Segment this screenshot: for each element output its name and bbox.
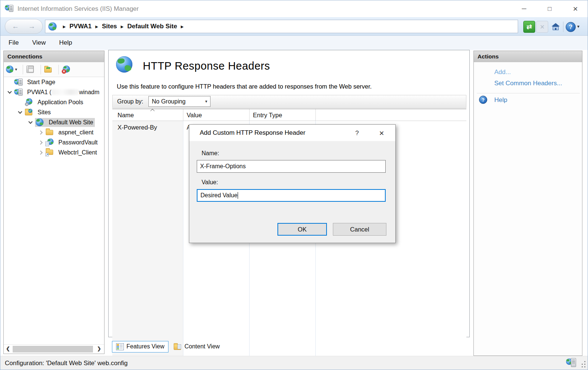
- menu-help[interactable]: Help: [54, 37, 77, 49]
- breadcrumb-default-web-site[interactable]: Default Web Site: [127, 23, 177, 30]
- column-header-entry-type[interactable]: Entry Type: [253, 112, 282, 119]
- add-custom-header-dialog: Add Custom HTTP Response Header ? ✕ Name…: [189, 124, 396, 243]
- tab-features-view[interactable]: Features View: [112, 341, 168, 353]
- tree-item-application-pools[interactable]: Application Pools: [4, 97, 104, 107]
- group-by-dropdown[interactable]: No Grouping ▾: [148, 96, 211, 107]
- text-cursor: [238, 192, 238, 199]
- dialog-help-button[interactable]: ?: [351, 128, 363, 138]
- breadcrumb-separator: ▶: [63, 25, 66, 29]
- value-label: Value:: [202, 179, 218, 186]
- maximize-button[interactable]: □: [541, 3, 559, 15]
- breadcrumb-sites[interactable]: Sites: [102, 23, 117, 30]
- iis-manager-window: Internet Information Services (IIS) Mana…: [0, 0, 588, 370]
- start-page-icon: [14, 78, 23, 87]
- chevron-down-icon[interactable]: [28, 119, 32, 124]
- name-label: Name:: [202, 150, 219, 157]
- window-title: Internet Information Services (IIS) Mana…: [17, 5, 139, 13]
- tree-item-webctrl-client[interactable]: ↗ Webctrl_Client: [4, 147, 104, 157]
- back-button[interactable]: ←: [12, 22, 19, 31]
- scrollbar-thumb[interactable]: [13, 346, 93, 353]
- chevron-right-icon[interactable]: [38, 150, 42, 154]
- close-button[interactable]: ✕: [566, 3, 584, 15]
- feature-description: Use this feature to configure HTTP heade…: [117, 83, 372, 90]
- chevron-right-icon[interactable]: [38, 130, 42, 134]
- globe-icon: [48, 22, 57, 31]
- nav-buttons: ← →: [5, 19, 43, 34]
- connections-panel: Connections ▾ ➦ ✕: [3, 51, 105, 354]
- menu-file[interactable]: File: [3, 37, 24, 49]
- tree-item-passwordvault[interactable]: PasswordVault: [4, 137, 104, 147]
- help-button[interactable]: ?: [566, 22, 576, 32]
- resize-grip-icon[interactable]: [582, 364, 583, 365]
- breadcrumb-separator: ▶: [95, 25, 98, 29]
- view-tabs: Features View Content View: [108, 340, 224, 353]
- chevron-down-icon[interactable]: [18, 109, 22, 114]
- column-header-name[interactable]: Name: [118, 112, 134, 119]
- up-button[interactable]: ➦: [44, 65, 53, 74]
- breadcrumb-server[interactable]: PVWA1: [70, 23, 92, 30]
- row-name: X-Powered-By: [118, 124, 157, 131]
- toolbar-separator: [58, 65, 59, 74]
- action-set-common-headers-link[interactable]: Set Common Headers...: [494, 80, 562, 87]
- tree-item-server-pvwa1[interactable]: PVWA1 (winadm: [4, 87, 104, 97]
- name-column-shade: [112, 121, 183, 370]
- group-by-bar: Group by: No Grouping ▾: [112, 95, 466, 108]
- sort-ascending-icon: [150, 109, 154, 113]
- navigation-toolbar: ← → ▶ PVWA1 ▶ Sites ▶ Default Web Site ▶…: [0, 17, 588, 36]
- toolbar-separator: [23, 65, 23, 74]
- ok-button[interactable]: OK: [277, 223, 327, 236]
- minimize-button[interactable]: ─: [515, 3, 533, 15]
- features-view-icon: [116, 343, 124, 350]
- connections-header: Connections: [4, 51, 104, 62]
- selected-highlight: Default Web Site: [35, 118, 95, 127]
- folder-icon: [45, 128, 54, 137]
- application-icon: [45, 138, 54, 147]
- chevron-right-icon[interactable]: [38, 140, 42, 144]
- tree-item-start-page[interactable]: Start Page: [4, 77, 104, 87]
- tab-content-view[interactable]: Content View: [170, 341, 224, 352]
- column-header-value[interactable]: Value: [187, 112, 202, 119]
- configuration-status: Configuration: 'Default Web Site' web.co…: [5, 360, 128, 367]
- create-connection-button[interactable]: ▾: [6, 65, 17, 74]
- toolbar-divider: [563, 22, 563, 32]
- help-dropdown-caret[interactable]: ▾: [577, 24, 579, 29]
- refresh-button[interactable]: ⇄: [523, 21, 535, 33]
- application-pools-icon: [25, 98, 33, 107]
- group-by-label: Group by:: [117, 98, 143, 105]
- table-header: Name Value Entry Type: [112, 109, 466, 121]
- menu-view[interactable]: View: [27, 37, 51, 49]
- chevron-down-icon: ▾: [205, 99, 208, 104]
- breadcrumb-separator: ▶: [121, 25, 124, 29]
- delete-connection-button[interactable]: ✕: [62, 65, 71, 74]
- breadcrumb-separator: ▶: [181, 25, 184, 29]
- up-arrow-icon: ➦: [46, 65, 51, 71]
- dialog-title-bar: Add Custom HTTP Response Header ? ✕: [189, 125, 395, 141]
- home-button[interactable]: [550, 21, 562, 33]
- horizontal-scrollbar[interactable]: ❮ ❯: [4, 344, 104, 354]
- actions-header: Actions: [474, 51, 582, 62]
- server-icon: [14, 88, 23, 97]
- save-connections-button: [26, 65, 35, 74]
- content-view-icon: [174, 343, 182, 350]
- tree-item-sites[interactable]: Sites: [4, 107, 104, 117]
- scroll-right-arrow[interactable]: ❯: [97, 346, 101, 351]
- name-field[interactable]: X-Frame-Options: [197, 160, 386, 173]
- help-icon: ?: [479, 96, 487, 104]
- title-bar: Internet Information Services (IIS) Mana…: [0, 0, 588, 17]
- dialog-close-button[interactable]: ✕: [376, 128, 387, 138]
- tree-item-aspnet-client[interactable]: aspnet_client: [4, 127, 104, 137]
- value-field[interactable]: Desired Value: [197, 189, 386, 202]
- address-bar[interactable]: ▶ PVWA1 ▶ Sites ▶ Default Web Site ▶: [45, 20, 518, 33]
- menu-bar: File View Help: [0, 36, 588, 50]
- connections-toolbar: ▾ ➦ ✕: [4, 62, 104, 77]
- action-help-link[interactable]: Help: [494, 96, 507, 104]
- forward-button[interactable]: →: [28, 22, 35, 31]
- sites-folder-icon: [25, 108, 33, 117]
- chevron-down-icon[interactable]: [7, 89, 12, 93]
- scroll-left-arrow[interactable]: ❮: [6, 346, 10, 351]
- redacted-text: [51, 89, 79, 95]
- tree-item-default-web-site[interactable]: Default Web Site: [4, 117, 104, 127]
- connections-tree: Start Page PVWA1 (winadm Application Poo…: [4, 77, 104, 157]
- cancel-button[interactable]: Cancel: [333, 223, 386, 236]
- action-add-link[interactable]: Add...: [494, 68, 511, 76]
